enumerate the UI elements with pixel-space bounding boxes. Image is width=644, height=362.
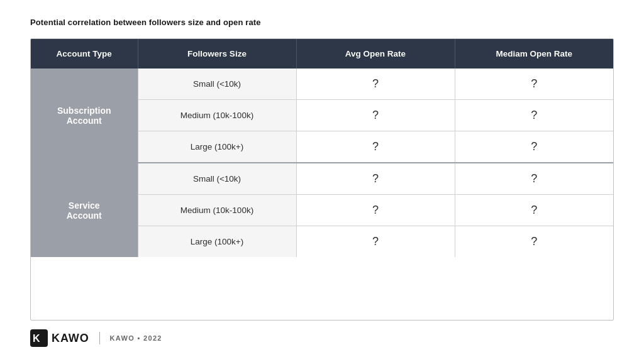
kawo-logo-icon: K [30, 329, 48, 347]
median-open-rate-cell: ? [455, 163, 613, 195]
avg-open-rate-cell: ? [296, 195, 455, 226]
col-header-account-type: Account Type [31, 39, 138, 69]
avg-open-rate-cell: ? [296, 100, 455, 131]
median-open-rate-cell: ? [455, 195, 613, 226]
footer: K KAWO KAWO • 2022 [30, 329, 614, 347]
table-header-row: Account Type Followers Size Avg Open Rat… [31, 39, 613, 69]
table-row: Subscription AccountSmall (<10k)?? [31, 69, 613, 100]
footer-divider [99, 332, 100, 344]
account-type-cell: Service Account [31, 163, 138, 257]
median-open-rate-cell: ? [455, 226, 613, 258]
table-wrapper: Account Type Followers Size Avg Open Rat… [30, 38, 614, 321]
data-table: Account Type Followers Size Avg Open Rat… [31, 39, 613, 257]
logo-container: K KAWO [30, 329, 89, 347]
footer-tagline: KAWO • 2022 [110, 334, 162, 342]
median-open-rate-cell: ? [455, 69, 613, 100]
table-row: Service AccountSmall (<10k)?? [31, 163, 613, 195]
avg-open-rate-cell: ? [296, 131, 455, 163]
followers-size-cell: Medium (10k-100k) [138, 100, 296, 131]
page-container: Potential correlation between followers … [0, 0, 644, 362]
col-header-followers-size: Followers Size [138, 39, 296, 69]
median-open-rate-cell: ? [455, 131, 613, 163]
followers-size-cell: Medium (10k-100k) [138, 195, 296, 226]
col-header-median-open-rate: Mediam Open Rate [455, 39, 613, 69]
followers-size-cell: Small (<10k) [138, 163, 296, 195]
median-open-rate-cell: ? [455, 100, 613, 131]
account-type-cell: Subscription Account [31, 69, 138, 163]
col-header-avg-open-rate: Avg Open Rate [296, 39, 455, 69]
logo-text: KAWO [52, 332, 89, 345]
page-title: Potential correlation between followers … [30, 18, 614, 27]
avg-open-rate-cell: ? [296, 226, 455, 258]
svg-text:K: K [33, 333, 40, 344]
followers-size-cell: Large (100k+) [138, 226, 296, 258]
avg-open-rate-cell: ? [296, 69, 455, 100]
followers-size-cell: Small (<10k) [138, 69, 296, 100]
followers-size-cell: Large (100k+) [138, 131, 296, 163]
avg-open-rate-cell: ? [296, 163, 455, 195]
